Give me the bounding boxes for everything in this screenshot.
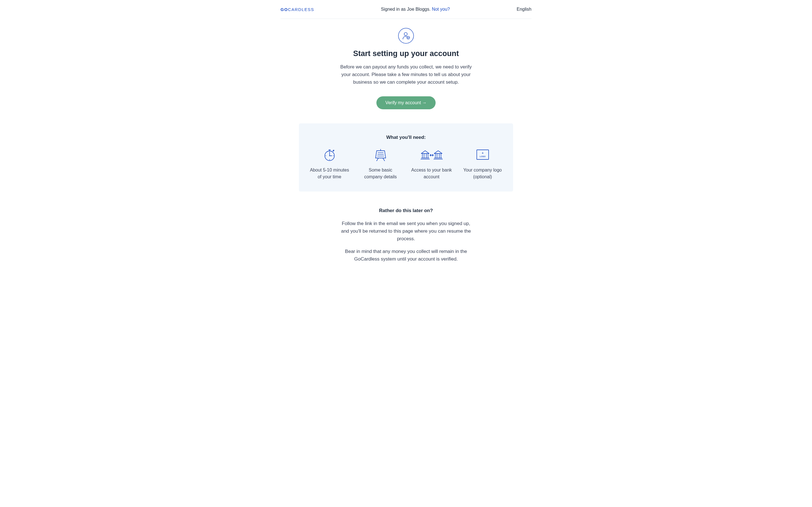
requirement-time: About 5-10 minutes of your time — [307, 148, 352, 180]
signed-in-suffix: . — [429, 7, 432, 11]
requirement-label: Access to your bank account — [410, 167, 453, 180]
svg-line-18 — [377, 158, 378, 161]
svg-text:+: + — [481, 151, 483, 155]
user-check-icon — [398, 28, 414, 44]
verify-account-button[interactable]: Verify my account→ — [376, 96, 436, 109]
later-section: Rather do this later on? Follow the link… — [340, 208, 472, 285]
hero-description: Before we can payout any funds you colle… — [340, 63, 472, 86]
page-title: Start setting up your account — [281, 49, 531, 58]
requirements-grid: About 5-10 minutes of your time Some bas… — [307, 148, 505, 180]
signed-in-text: Signed in as Joe Bloggs. Not you? — [381, 7, 450, 12]
requirement-bank-access: Access to your bank account — [409, 148, 454, 180]
later-paragraph-2: Bear in mind that any money you collect … — [340, 247, 472, 263]
svg-text:LOGO: LOGO — [479, 156, 486, 158]
requirement-label: Your company logo (optional) — [462, 167, 504, 180]
hero-section: Start setting up your account Before we … — [281, 19, 531, 123]
logo-upload-icon: + LOGO — [460, 148, 505, 162]
svg-line-19 — [383, 158, 385, 161]
requirement-label: Some basic company details — [359, 167, 402, 180]
logo-bold: GO — [281, 7, 288, 12]
easel-icon — [358, 148, 403, 162]
not-you-link[interactable]: Not you? — [432, 7, 450, 11]
signed-in-prefix: Signed in as — [381, 7, 407, 11]
logo: GOCARDLESS — [281, 7, 314, 12]
requirement-logo: + LOGO Your company logo (optional) — [460, 148, 505, 180]
language-selector[interactable]: English — [517, 7, 531, 12]
svg-point-6 — [329, 155, 330, 156]
bank-transfer-icon — [409, 148, 454, 162]
arrow-right-icon: → — [422, 100, 426, 105]
page-header: GOCARDLESS Signed in as Joe Bloggs. Not … — [281, 0, 531, 19]
cta-label: Verify my account — [386, 100, 421, 105]
stopwatch-icon — [307, 148, 352, 162]
user-name: Joe Bloggs — [407, 7, 429, 11]
requirements-panel: What you'll need: — [299, 123, 513, 191]
svg-point-2 — [407, 36, 410, 39]
logo-rest: CARDLESS — [288, 7, 314, 12]
requirement-company-details: Some basic company details — [358, 148, 403, 180]
panel-heading: What you'll need: — [307, 135, 505, 140]
requirement-label: About 5-10 minutes of your time — [308, 167, 351, 180]
later-heading: Rather do this later on? — [340, 208, 472, 214]
svg-point-1 — [404, 33, 407, 36]
later-paragraph-1: Follow the link in the email we sent you… — [340, 220, 472, 243]
